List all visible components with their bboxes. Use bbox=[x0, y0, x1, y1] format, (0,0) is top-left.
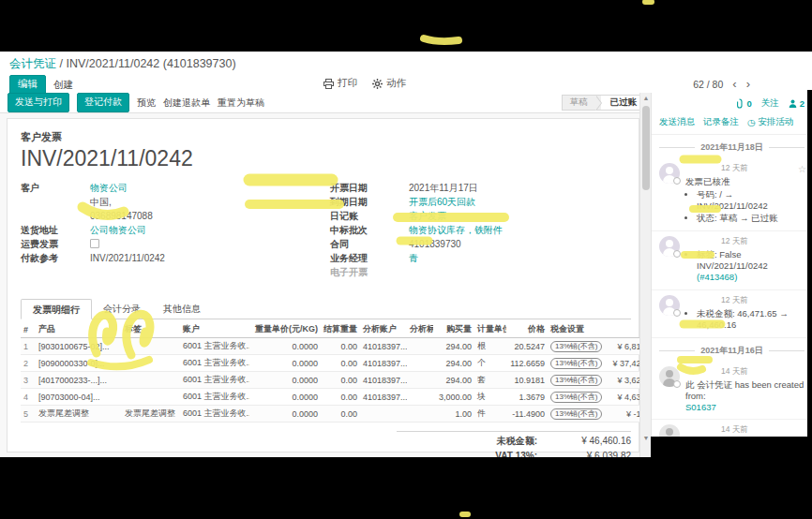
notebook-tabs: 发票明细行 会计分录 其他信息 bbox=[21, 299, 631, 319]
table-row[interactable]: 5发票尾差调整发票尾差调整6001 主营业务收... 0.00000.00 1.… bbox=[21, 406, 669, 423]
breadcrumb-journal-entries[interactable]: 会计凭证 bbox=[9, 57, 56, 70]
chatter-panel: 0 关注 2 发送消息 记录备注 ◷ 安排活动 2021年11月18日 bbox=[651, 93, 812, 457]
top-redaction-bar bbox=[0, 0, 812, 52]
main-scrollbar[interactable]: ▲ ▼ bbox=[639, 93, 651, 457]
message-time: 14 天前 bbox=[721, 424, 748, 436]
tax-badge: 13%销(不含) bbox=[550, 408, 602, 420]
message-author[interactable] bbox=[685, 296, 717, 305]
scrollbar-thumb[interactable] bbox=[642, 106, 650, 190]
star-icon[interactable]: ☆ bbox=[798, 164, 806, 174]
table-row[interactable]: 2[9090000330-0]...6001 主营业务收... 0.00000.… bbox=[21, 355, 669, 372]
control-panel: 会计凭证 / INV/2021/11/0242 (4101839730) 编辑 … bbox=[0, 52, 812, 93]
send-message-button[interactable]: 发送消息 bbox=[659, 116, 695, 128]
untaxed-amount-value: ¥ 46,460.16 bbox=[550, 434, 631, 449]
message-author[interactable] bbox=[685, 367, 717, 377]
customer-link[interactable]: 物资公司 bbox=[90, 183, 128, 193]
print-menu[interactable]: 打印 bbox=[323, 77, 357, 90]
tax-badge: 13%销(不含) bbox=[550, 375, 602, 386]
message-author[interactable] bbox=[685, 237, 717, 246]
delivery-address-link[interactable]: 公司物资公司 bbox=[90, 223, 146, 237]
field-invoice-date: 开票日期 2021年11月17日 bbox=[330, 181, 639, 195]
invoice-number-title: INV/2021/11/0242 bbox=[21, 146, 631, 171]
customer-address: 036898147088 bbox=[90, 211, 153, 221]
chatter-redaction-block bbox=[651, 437, 812, 474]
chatter-message: 12 天前 未税金额: 46,471.65 → 46,460.16 bbox=[652, 290, 812, 338]
date-divider: 2021年11月16日 bbox=[652, 338, 812, 362]
tax-badge: 13%销(不含) bbox=[550, 392, 602, 403]
source-document-link[interactable]: S01637 bbox=[685, 402, 716, 412]
table-row[interactable]: 3[4017000233-...]...6001 主营业务收... 0.0000… bbox=[21, 372, 669, 389]
preview-button[interactable]: 预览 bbox=[137, 96, 156, 110]
message-time: 14 天前 bbox=[721, 366, 748, 378]
tracking-change: 标签: False INV/2021/11/0242 (#413468) bbox=[697, 249, 806, 283]
reset-draft-button[interactable]: 重置为草稿 bbox=[218, 96, 264, 110]
follower-icon bbox=[789, 99, 797, 108]
tracking-change: 未税金额: 46,471.65 → 46,460.16 bbox=[697, 308, 806, 331]
message-type-badge bbox=[673, 177, 681, 185]
tab-invoice-lines[interactable]: 发票明细行 bbox=[21, 299, 92, 319]
untaxed-amount-row: 未税金额: ¥ 46,460.16 bbox=[397, 434, 631, 449]
journal-link[interactable]: 客户发票 bbox=[409, 209, 446, 223]
message-time: 12 天前 bbox=[721, 163, 748, 174]
field-delivery-address: 送货地址 公司物资公司 bbox=[21, 223, 321, 237]
message-body: 此 会计凭证 has been created from: S01637 bbox=[685, 379, 806, 413]
send-print-button[interactable]: 发送与打印 bbox=[8, 93, 69, 112]
pager-prev-icon[interactable]: ‹ bbox=[732, 77, 736, 91]
breadcrumb: 会计凭证 / INV/2021/11/0242 (4101839730) bbox=[0, 52, 812, 72]
manager-link[interactable]: 青 bbox=[409, 251, 418, 265]
tracking-change: 状态: 草稿 → 已过账 bbox=[697, 213, 806, 224]
tax-badge: 13%销(不含) bbox=[550, 341, 602, 352]
attachments-button[interactable]: 0 bbox=[735, 98, 751, 109]
message-author[interactable] bbox=[685, 164, 717, 173]
message-time: 12 天前 bbox=[721, 295, 748, 306]
tracking-change: 号码: / → INV/2021/11/0242 bbox=[697, 189, 806, 212]
schedule-activity-button[interactable]: ◷ 安排活动 bbox=[747, 116, 793, 128]
state-widget: 草稿 已过账 bbox=[562, 95, 648, 111]
customer-country: 中国, bbox=[90, 197, 112, 207]
paperclip-icon bbox=[735, 98, 744, 109]
printer-icon bbox=[323, 79, 334, 89]
tab-journal-items[interactable]: 会计分录 bbox=[92, 299, 152, 319]
freight-invoice-checkbox[interactable] bbox=[90, 239, 99, 248]
field-freight-invoice: 运费发票 bbox=[21, 237, 321, 251]
log-note-button[interactable]: 记录备注 bbox=[703, 116, 739, 128]
right-edge-redaction bbox=[807, 90, 812, 519]
field-payment-reference: 付款参考 INV/2021/11/0242 bbox=[21, 251, 321, 265]
credit-note-button[interactable]: 创建退款单 bbox=[163, 96, 210, 110]
scroll-up-icon[interactable]: ▲ bbox=[640, 93, 652, 104]
message-type-badge bbox=[673, 309, 681, 317]
action-menu[interactable]: 动作 bbox=[372, 77, 406, 90]
pager: 62 / 80 ‹ › bbox=[693, 77, 750, 91]
chatter-message: 12 天前 标签: False INV/2021/11/0242 (#41346… bbox=[652, 231, 812, 290]
state-separator bbox=[595, 96, 601, 111]
payment-reference-value: INV/2021/11/0242 bbox=[90, 251, 165, 265]
register-payment-button[interactable]: 登记付款 bbox=[77, 93, 129, 112]
field-contract: 合同 4101839730 bbox=[330, 237, 639, 251]
follower-count: 2 bbox=[800, 98, 804, 109]
odoo-invoice-screen: 会计凭证 / INV/2021/11/0242 (4101839730) 编辑 … bbox=[0, 0, 812, 519]
table-row[interactable]: 1[9030100675-02]...6001 主营业务收... 0.00000… bbox=[21, 338, 669, 355]
tab-other-info[interactable]: 其他信息 bbox=[152, 299, 212, 319]
record-reference-link[interactable]: (#413468) bbox=[697, 272, 737, 282]
invoice-lines-table: # 产品 标签 账户 重量单价(元/KG) 结算重量 分析账户 分析标.. 购买… bbox=[21, 321, 669, 423]
message-time: 12 天前 bbox=[721, 236, 748, 247]
edit-button[interactable]: 编辑 bbox=[9, 75, 46, 95]
bid-batch-link[interactable]: 物资协议库存，铁附件 bbox=[409, 223, 503, 237]
message-author[interactable] bbox=[685, 425, 717, 435]
clock-icon: ◷ bbox=[747, 117, 755, 127]
chatter-message: 12 天前 ☆ 发票已核准 号码: / → INV/2021/11/0242 状… bbox=[652, 158, 812, 231]
follow-button[interactable]: 关注 bbox=[761, 97, 779, 110]
create-button[interactable]: 创建 bbox=[53, 79, 73, 92]
followers-button[interactable]: 2 bbox=[789, 98, 804, 109]
state-draft[interactable]: 草稿 bbox=[563, 96, 595, 109]
field-einvoice: 电子开票 bbox=[330, 265, 639, 279]
gear-icon bbox=[372, 79, 383, 89]
breadcrumb-current: / INV/2021/11/0242 (4101839730) bbox=[59, 57, 235, 70]
message-type-badge bbox=[673, 380, 681, 388]
payment-terms-link[interactable]: 开票后60天回款 bbox=[409, 195, 475, 209]
message-body: 发票已核准 bbox=[685, 176, 806, 187]
date-divider: 2021年11月18日 bbox=[652, 135, 812, 158]
table-row[interactable]: 4[90703000-04]...6001 主营业务收... 0.00000.0… bbox=[21, 389, 669, 406]
pager-next-icon[interactable]: › bbox=[746, 77, 750, 91]
field-customer: 客户 物资公司 中国, 036898147088 bbox=[21, 181, 321, 223]
